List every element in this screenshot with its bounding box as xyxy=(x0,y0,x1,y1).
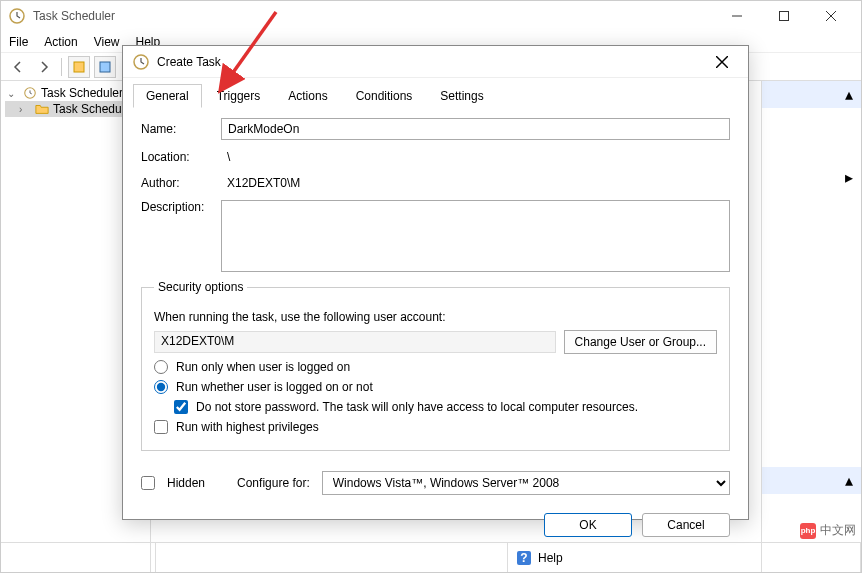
window-controls xyxy=(714,2,853,30)
menu-action[interactable]: Action xyxy=(44,35,77,49)
checkbox-no-password[interactable] xyxy=(174,400,188,414)
chevron-right-icon: › xyxy=(19,104,31,115)
chevron-right-icon[interactable]: ▸ xyxy=(845,169,853,186)
svg-text:?: ? xyxy=(520,551,527,565)
tab-triggers[interactable]: Triggers xyxy=(204,84,274,108)
radio-logged-on-or-not[interactable] xyxy=(154,380,168,394)
description-input[interactable] xyxy=(221,200,730,272)
minimize-button[interactable] xyxy=(714,2,759,30)
tab-content-general: Name: Location: \ Author: X12DEXT0\M Des… xyxy=(123,108,748,461)
maximize-button[interactable] xyxy=(761,2,806,30)
configure-for-label: Configure for: xyxy=(237,476,310,490)
main-titlebar: Task Scheduler xyxy=(1,1,861,31)
tree-child-label: Task Schedule xyxy=(53,102,131,116)
svg-rect-3 xyxy=(100,62,110,72)
security-prompt: When running the task, use the following… xyxy=(154,310,446,324)
chevron-up-icon: ▴ xyxy=(845,471,853,490)
php-logo-icon: php xyxy=(800,523,816,539)
author-value: X12DEXT0\M xyxy=(221,174,730,192)
toolbar-button-1[interactable] xyxy=(68,56,90,78)
separator xyxy=(61,58,62,76)
main-title: Task Scheduler xyxy=(33,9,714,23)
user-account-field: X12DEXT0\M xyxy=(154,331,556,353)
status-help-label[interactable]: Help xyxy=(538,551,563,565)
folder-icon xyxy=(35,102,49,116)
location-label: Location: xyxy=(141,150,221,164)
dialog-title: Create Task xyxy=(157,55,706,69)
menu-view[interactable]: View xyxy=(94,35,120,49)
chevron-up-icon: ▴ xyxy=(845,85,853,104)
security-legend: Security options xyxy=(154,280,247,294)
dialog-tabs: General Triggers Actions Conditions Sett… xyxy=(123,78,748,108)
radio-logged-on[interactable] xyxy=(154,360,168,374)
highest-privileges-label: Run with highest privileges xyxy=(176,420,319,434)
tab-actions[interactable]: Actions xyxy=(275,84,340,108)
radio-logged-on-or-not-label: Run whether user is logged on or not xyxy=(176,380,373,394)
actions-sub-collapse[interactable]: ▴ xyxy=(762,467,861,494)
menu-file[interactable]: File xyxy=(9,35,28,49)
clock-icon xyxy=(133,54,149,70)
radio-logged-on-label: Run only when user is logged on xyxy=(176,360,350,374)
dialog-titlebar: Create Task xyxy=(123,46,748,78)
description-label: Description: xyxy=(141,200,221,214)
checkbox-hidden[interactable] xyxy=(141,476,155,490)
svg-rect-1 xyxy=(779,12,788,21)
name-label: Name: xyxy=(141,122,221,136)
cancel-button[interactable]: Cancel xyxy=(642,513,730,537)
clock-icon xyxy=(9,8,25,24)
actions-header-collapse[interactable]: ▴ xyxy=(762,81,861,108)
help-icon: ? xyxy=(516,550,532,566)
author-label: Author: xyxy=(141,176,221,190)
forward-button[interactable] xyxy=(33,56,55,78)
actions-pane: ▴ ▸ ▴ xyxy=(761,81,861,572)
tab-general[interactable]: General xyxy=(133,84,202,108)
dialog-close-button[interactable] xyxy=(706,48,738,76)
svg-rect-2 xyxy=(74,62,84,72)
clock-icon xyxy=(23,86,37,100)
watermark-text: 中文网 xyxy=(820,522,856,539)
checkbox-highest-privileges[interactable] xyxy=(154,420,168,434)
dialog-buttons: OK Cancel xyxy=(123,505,748,549)
back-button[interactable] xyxy=(7,56,29,78)
tab-settings[interactable]: Settings xyxy=(427,84,496,108)
security-options-group: Security options When running the task, … xyxy=(141,280,730,451)
no-password-label: Do not store password. The task will onl… xyxy=(196,400,638,414)
watermark: php 中文网 xyxy=(800,522,856,539)
bottom-row: Hidden Configure for: Windows Vista™, Wi… xyxy=(123,461,748,505)
configure-for-select[interactable]: Windows Vista™, Windows Server™ 2008 xyxy=(322,471,730,495)
create-task-dialog: Create Task General Triggers Actions Con… xyxy=(122,45,749,520)
change-user-button[interactable]: Change User or Group... xyxy=(564,330,717,354)
ok-button[interactable]: OK xyxy=(544,513,632,537)
tab-conditions[interactable]: Conditions xyxy=(343,84,426,108)
hidden-label: Hidden xyxy=(167,476,205,490)
chevron-down-icon: ⌄ xyxy=(7,88,19,99)
location-value: \ xyxy=(221,148,730,166)
toolbar-button-2[interactable] xyxy=(94,56,116,78)
name-input[interactable] xyxy=(221,118,730,140)
close-button[interactable] xyxy=(808,2,853,30)
